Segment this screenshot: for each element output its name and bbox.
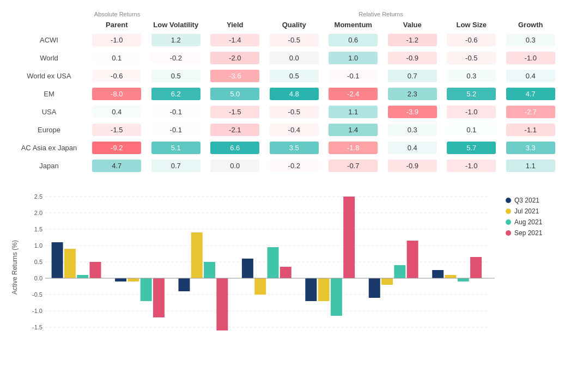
bar [242,259,253,278]
cell-value: -0.1 [147,103,206,121]
row-label-em: EM [11,85,87,103]
bar [153,278,165,317]
cell-value: 0.4 [383,139,442,157]
cell-value: -1.5 [87,121,147,139]
svg-text:1.0: 1.0 [34,242,42,249]
cell-value: 1.4 [324,121,383,139]
col-header-quality: Quality [265,19,324,31]
bar [407,241,418,278]
bar [369,278,380,298]
cell-value: 1.0 [324,49,383,67]
bar [343,197,355,278]
svg-text:0.0: 0.0 [34,275,42,281]
cell-value: 5.1 [147,139,206,157]
cell-value: 0.4 [501,67,561,85]
heatmap-table-section: Absolute Returns Relative Returns Parent… [11,11,560,175]
cell-value: -8.0 [87,85,147,103]
bar [216,278,228,330]
row-label-ac-asia-ex-japan: AC Asia ex Japan [11,139,87,157]
relative-returns-label: Relative Returns [147,11,560,17]
cell-value: 4.7 [501,85,561,103]
bar [470,257,482,278]
table-row: USA0.4-0.1-1.5-0.51.1-3.9-1.0-2.7 [11,103,560,121]
cell-value: -0.4 [265,121,324,139]
row-label-world: World [11,49,87,67]
bar [305,278,317,301]
table-row: World ex USA-0.60.5-3.60.5-0.10.70.30.4 [11,67,560,85]
bar [458,278,469,281]
cell-value: 0.3 [442,67,501,85]
cell-value: 0.5 [147,67,206,85]
row-label-europe: Europe [11,121,87,139]
row-label-acwi: ACWI [11,31,87,49]
cell-value: 4.7 [87,157,147,175]
bar [191,232,203,278]
cell-value: 0.1 [442,121,501,139]
cell-value: 0.3 [383,121,442,139]
cell-value: 0.7 [147,157,206,175]
cell-value: -2.7 [501,103,561,121]
bar [394,265,405,278]
cell-value: 0.5 [265,67,324,85]
legend-aug-2021: Aug 2021 [506,218,542,226]
legend-label-sep: Sep 2021 [514,229,542,237]
bar [254,278,266,295]
column-group-labels: Absolute Returns Relative Returns [87,11,560,17]
absolute-returns-label: Absolute Returns [87,11,147,17]
cell-value: -1.5 [205,103,265,121]
col-header-low-volatility: Low Volatility [147,19,206,31]
bar [204,262,215,278]
cell-value: -0.5 [265,103,324,121]
cell-value: 3.3 [501,139,561,157]
cell-value: 0.0 [205,157,265,175]
bar [432,270,444,278]
table-header-row: Parent Low Volatility Yield Quality Mome… [11,19,560,31]
row-header-empty [11,19,87,31]
cell-value: 0.6 [324,31,383,49]
cell-value: 3.5 [265,139,324,157]
cell-value: -0.7 [324,157,383,175]
bar [318,278,330,301]
cell-value: 2.3 [383,85,442,103]
cell-value: 1.2 [147,31,206,49]
cell-value: -1.2 [383,31,442,49]
cell-value: -1.0 [442,103,501,121]
table-row: World0.1-0.2-2.00.01.0-0.9-0.5-1.0 [11,49,560,67]
cell-value: -3.6 [205,67,265,85]
bar [90,262,101,278]
cell-value: -1.8 [324,139,383,157]
cell-value: -3.9 [383,103,442,121]
col-header-growth: Growth [501,19,561,31]
cell-value: 4.8 [265,85,324,103]
bar-chart-section: Active Returns (%) 2.52.01.51.00.50.0-0.… [11,191,560,344]
cell-value: 0.0 [265,49,324,67]
cell-value: -0.9 [383,157,442,175]
svg-text:-0.5: -0.5 [32,291,42,298]
legend-label-q3: Q3 2021 [514,197,539,204]
cell-value: -0.1 [324,67,383,85]
bar [77,275,88,278]
col-header-yield: Yield [205,19,265,31]
cell-value: 5.2 [442,85,501,103]
cell-value: -9.2 [87,139,147,157]
bar [127,278,139,281]
bar [115,278,126,281]
legend-label-aug: Aug 2021 [514,218,542,226]
legend-label-jul: Jul 2021 [514,207,539,215]
legend-dot-aug [506,219,511,225]
cell-value: 6.6 [205,139,265,157]
cell-value: -0.2 [265,157,324,175]
row-label-japan: Japan [11,157,87,175]
cell-value: -2.1 [205,121,265,139]
cell-value: -1.1 [501,121,561,139]
bar [52,242,63,278]
bar [179,278,190,291]
cell-value: 0.7 [383,67,442,85]
cell-value: -0.9 [383,49,442,67]
cell-value: -1.4 [205,31,265,49]
cell-value: -0.2 [147,49,206,67]
legend-dot-sep [506,230,511,236]
cell-value: 1.1 [324,103,383,121]
svg-text:2.5: 2.5 [34,193,42,200]
cell-value: -1.0 [501,49,561,67]
